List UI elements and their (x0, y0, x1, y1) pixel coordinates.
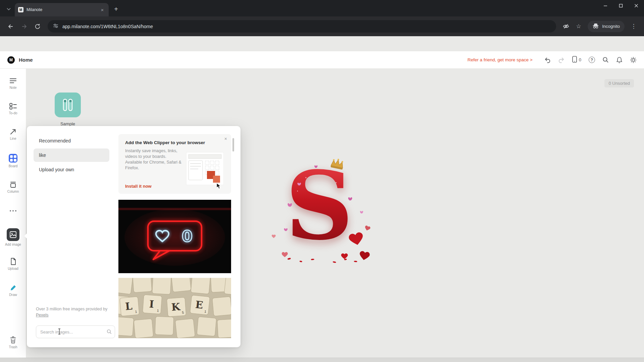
window-controls (598, 0, 644, 11)
install-web-clipper-link[interactable]: Install it now (125, 184, 152, 189)
unsorted-badge: 0 Unsorted (604, 79, 634, 87)
pexels-attribution: Over 3 million free images provided by P… (36, 306, 108, 318)
clipper-close-icon[interactable]: × (224, 136, 227, 141)
tool-add-image-label: Add image (5, 243, 21, 246)
tool-line[interactable]: Line (0, 128, 26, 140)
browser-window: M Milanote × + (0, 0, 644, 362)
tab-title: Milanote (26, 7, 96, 12)
image-result-scrabble-like[interactable]: L 1 I 1 K 5 E (118, 278, 231, 338)
site-info-icon[interactable] (53, 23, 58, 29)
help-icon[interactable]: ? (589, 57, 595, 63)
svg-text:K: K (171, 301, 181, 313)
canvas-image-red-s[interactable]: S (266, 154, 373, 266)
undo-icon[interactable] (544, 57, 551, 63)
sync-count: 0 (579, 57, 581, 62)
pexels-link[interactable]: Pexels (36, 313, 49, 317)
tool-todo-label: To-do (9, 111, 17, 115)
image-search-box (36, 325, 115, 338)
more-dots-icon (10, 207, 16, 214)
incognito-label: Incognito (602, 24, 620, 29)
search-images-input[interactable] (36, 326, 115, 338)
tool-rail: Note To-do Line Board Column (0, 69, 26, 358)
tool-column[interactable]: Column (0, 181, 26, 193)
tool-upload[interactable]: Upload (0, 258, 26, 270)
add-image-popup: Recommended like Upload your own × Add t… (27, 126, 240, 347)
tab-strip: M Milanote × + (0, 0, 644, 16)
artwork-letter: S (285, 154, 353, 261)
web-clipper-promo: × Add the Web Clipper to your browser In… (118, 134, 231, 194)
refer-friend-link[interactable]: Refer a friend, get more space > (468, 57, 533, 62)
forward-button[interactable] (18, 21, 30, 32)
nav-item-upload-your-own[interactable]: Upload your own (34, 163, 109, 176)
board-icon (9, 154, 17, 163)
url-bar[interactable]: app.milanote.com/1W6tNL1o8n0SaN/home (48, 20, 556, 33)
image-result-neon-like[interactable]: 0 (118, 200, 231, 273)
phone-icon (572, 56, 577, 64)
sample-board-label: Sample (55, 121, 81, 126)
milanote-app: M Home Refer a friend, get more space > … (0, 36, 644, 362)
browser-menu-kebab-icon[interactable]: ⋮ (628, 21, 639, 32)
incognito-chip[interactable]: Incognito (588, 21, 625, 32)
clipper-title: Add the Web Clipper to your browser (125, 140, 224, 145)
clipper-body: Instantly save images, links, videos to … (125, 148, 183, 171)
app-header: M Home Refer a friend, get more space > … (0, 51, 644, 69)
maximize-button[interactable] (613, 0, 629, 11)
sample-board-icon (55, 93, 81, 117)
tool-add-image[interactable]: Add image (0, 228, 26, 246)
neon-zero-text: 0 (182, 227, 193, 245)
board-card-sample[interactable]: Sample (55, 93, 81, 126)
tool-column-label: Column (7, 190, 19, 193)
tool-draw-label: Draw (9, 293, 17, 297)
tool-board[interactable]: Board (0, 154, 26, 168)
page-title: Home (19, 57, 33, 63)
popup-nav: Recommended like Upload your own (34, 134, 109, 177)
minimize-button[interactable] (598, 0, 613, 11)
tool-todo[interactable]: To-do (0, 103, 26, 115)
redo-icon[interactable] (558, 57, 565, 63)
mouse-cursor (216, 183, 222, 191)
tool-upload-label: Upload (8, 267, 18, 270)
browser-toolbar: app.milanote.com/1W6tNL1o8n0SaN/home ☆ I… (0, 16, 644, 36)
tool-draw[interactable]: Draw (0, 285, 26, 297)
url-text: app.milanote.com/1W6tNL1o8n0SaN/home (62, 24, 153, 29)
tab-close-icon[interactable]: × (99, 7, 105, 13)
mobile-sync[interactable]: 0 (572, 56, 581, 64)
tab-search-chevron-icon[interactable] (4, 4, 13, 14)
settings-gear-icon[interactable] (630, 57, 637, 63)
nav-item-like[interactable]: like (34, 148, 109, 162)
close-button[interactable] (629, 0, 644, 11)
milanote-logo: M (7, 56, 15, 64)
clipper-thumbnail (186, 152, 224, 185)
search-magnifier-icon (107, 329, 112, 336)
tool-board-label: Board (9, 164, 18, 168)
tool-more[interactable] (0, 207, 26, 216)
eye-off-icon[interactable] (560, 21, 571, 32)
tool-line-label: Line (10, 137, 16, 140)
canvas-bottom-scrollbar[interactable] (0, 358, 644, 362)
new-tab-button[interactable]: + (111, 4, 121, 14)
svg-text:L: L (125, 300, 133, 312)
browser-tab[interactable]: M Milanote × (15, 3, 109, 16)
attribution-text: Over 3 million free images provided by (36, 307, 107, 311)
tool-trash[interactable]: Trash (0, 336, 26, 349)
reload-button[interactable] (32, 21, 43, 32)
incognito-icon (592, 23, 599, 30)
search-icon[interactable] (602, 57, 609, 63)
tool-trash-label: Trash (9, 345, 17, 349)
nav-item-recommended[interactable]: Recommended (34, 134, 109, 147)
svg-text:I: I (149, 298, 154, 310)
milanote-favicon-icon: M (18, 7, 23, 12)
text-cursor-ibeam (58, 328, 61, 336)
tool-note[interactable]: Note (0, 77, 26, 89)
popup-scrollbar-thumb[interactable] (232, 138, 234, 152)
add-image-icon (7, 228, 19, 241)
header-actions: Refer a friend, get more space > 0 ? (468, 56, 637, 64)
notifications-bell-icon[interactable] (616, 57, 623, 63)
bookmark-star-icon[interactable]: ☆ (573, 21, 584, 32)
tool-note-label: Note (9, 86, 16, 89)
back-button[interactable] (5, 21, 16, 32)
svg-text:E: E (195, 299, 204, 311)
